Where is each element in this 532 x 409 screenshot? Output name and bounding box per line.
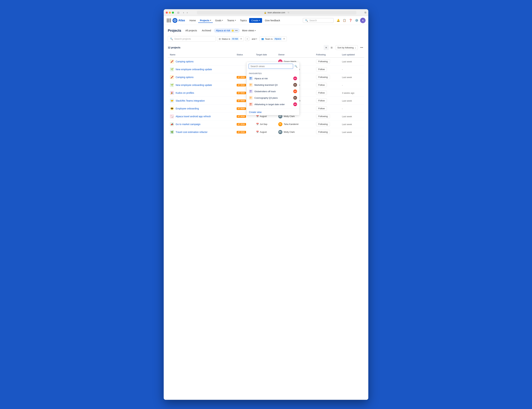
search-views-input[interactable] bbox=[249, 64, 293, 69]
follow-button[interactable]: Following bbox=[316, 59, 330, 64]
user-avatar[interactable]: A bbox=[360, 18, 366, 23]
create-view-button[interactable]: Create view bbox=[247, 109, 299, 115]
search-projects-input[interactable]: 🔍 Search projects bbox=[168, 36, 216, 42]
table-more-button[interactable]: ••• bbox=[359, 45, 364, 50]
tab-alpaca-at-risk[interactable]: Alpaca at risk ⭐ ••• bbox=[214, 28, 240, 33]
team-filter-chip[interactable]: 👥 Team is Alpaca ✕ bbox=[259, 37, 287, 41]
dropdown-item[interactable]: Marketing tearsheet Q3 SA bbox=[247, 82, 299, 88]
more-views-button[interactable]: More views ▾ bbox=[240, 28, 258, 33]
new-tab-icon[interactable]: ⧉ bbox=[365, 11, 366, 14]
board-view-button[interactable]: ⊞ bbox=[329, 45, 334, 50]
project-name[interactable]: Employee onboarding bbox=[176, 107, 199, 110]
nav-goals[interactable]: Goals ▾ bbox=[213, 18, 225, 23]
list-view-button[interactable]: ≡ bbox=[324, 45, 329, 50]
bookmarks-icon[interactable]: 📋 bbox=[342, 18, 347, 23]
nav-home[interactable]: Home bbox=[188, 18, 198, 23]
status-badge: AT RISK bbox=[237, 115, 246, 118]
nav-topics[interactable]: Topics bbox=[238, 18, 249, 23]
nav-teams[interactable]: Teams ▾ bbox=[225, 18, 238, 23]
project-icon: 🦙 bbox=[170, 114, 174, 118]
atlas-logo[interactable]: Atlas bbox=[172, 18, 185, 23]
project-icon: 🖍️ bbox=[170, 75, 174, 79]
and-filter[interactable]: and ▾ bbox=[251, 37, 258, 41]
traffic-lights[interactable] bbox=[166, 12, 174, 14]
dropdown-item[interactable]: Alpaca at risk GH bbox=[247, 75, 299, 82]
row-name-cell: 🤝 Slack/Ms Teams integration bbox=[168, 97, 235, 105]
close-button[interactable] bbox=[166, 12, 168, 14]
row-date-cell: 📅Jul-Sep bbox=[254, 120, 276, 128]
row-owner-cell: MCMolly Clark bbox=[276, 128, 314, 136]
calendar-icon: 📅 bbox=[256, 131, 259, 133]
favourites-label: Favourites bbox=[247, 71, 299, 75]
dropdown-divider bbox=[247, 108, 299, 108]
follow-button[interactable]: Following bbox=[316, 114, 330, 118]
follow-button[interactable]: Follow bbox=[316, 99, 327, 103]
follow-button[interactable]: Following bbox=[316, 122, 330, 126]
table-row: 🌿 Travel cost estimation refactor AT RIS… bbox=[168, 128, 364, 136]
project-name[interactable]: New employee onboarding update bbox=[176, 84, 212, 86]
project-name[interactable]: Alpaca travel android app refresh bbox=[176, 115, 211, 118]
project-name[interactable]: Kudos on profiles bbox=[176, 92, 194, 94]
search-views-icon: 🔍 bbox=[294, 65, 297, 68]
project-name[interactable]: Go to market campaign bbox=[176, 123, 200, 126]
create-button[interactable]: Create ▾ bbox=[249, 18, 262, 23]
project-name[interactable]: Slack/Ms Teams integration bbox=[176, 99, 205, 102]
maximize-button[interactable] bbox=[172, 12, 174, 14]
minimize-button[interactable] bbox=[169, 12, 171, 14]
svg-rect-10 bbox=[251, 85, 252, 86]
follow-button[interactable]: Following bbox=[316, 130, 330, 134]
item-icon bbox=[249, 76, 253, 80]
give-feedback-button[interactable]: Give feedback bbox=[263, 18, 282, 23]
add-filter-button[interactable]: + bbox=[245, 37, 249, 41]
help-icon[interactable]: ❓ bbox=[348, 18, 353, 23]
project-name[interactable]: Camping options bbox=[176, 60, 193, 63]
row-follow-cell: Following bbox=[314, 112, 340, 120]
follow-button[interactable]: Follow bbox=[316, 106, 327, 111]
nav-projects[interactable]: Projects ▾ bbox=[198, 18, 213, 23]
sort-by-button[interactable]: Sort by following ↓ bbox=[336, 45, 358, 50]
follow-button[interactable]: Follow bbox=[316, 67, 327, 71]
team-value: Alpaca bbox=[274, 37, 282, 40]
search-views-dropdown: 🔍 Favourites Alpaca at risk GH Marketing… bbox=[247, 62, 299, 115]
row-last-updated-cell: - bbox=[340, 105, 364, 112]
apps-grid-icon[interactable] bbox=[166, 18, 171, 23]
refresh-icon[interactable]: ↻ bbox=[288, 11, 289, 14]
row-name-cell: 🦙 Alpaca travel android app refresh bbox=[168, 112, 235, 120]
status-remove-icon[interactable]: ✕ bbox=[240, 38, 242, 40]
tab-all-projects[interactable]: All projects bbox=[183, 28, 199, 33]
follow-button[interactable]: Follow bbox=[316, 91, 327, 95]
notifications-icon[interactable]: 🔔 bbox=[336, 18, 341, 23]
sidebar-toggle-icon[interactable]: ⊡ bbox=[177, 11, 180, 14]
follow-button[interactable]: Follow bbox=[316, 83, 327, 87]
owner-name: Molly Clark bbox=[284, 115, 295, 118]
search-bar[interactable]: 🔍 Search bbox=[303, 18, 333, 23]
svg-rect-21 bbox=[250, 104, 251, 105]
tab-archived[interactable]: Archived bbox=[200, 28, 213, 33]
row-owner-cell: TKTaha Kandemir bbox=[276, 120, 314, 128]
page-header: Projects All projects Archived Alpaca at… bbox=[168, 28, 364, 33]
status-filter-chip[interactable]: ▤ Status is At risk ✕ bbox=[217, 37, 244, 41]
settings-icon[interactable]: ⚙️ bbox=[354, 18, 360, 23]
back-icon[interactable]: ‹ bbox=[182, 11, 185, 14]
row-name-cell: 🖍️ Camping options bbox=[168, 73, 235, 81]
page-title: Projects bbox=[168, 29, 181, 33]
project-name[interactable]: Camping options bbox=[176, 76, 193, 79]
dropdown-item[interactable]: Globetrotters off track AS bbox=[247, 88, 299, 94]
status-badge: AT RISK bbox=[237, 131, 246, 133]
tab-more-icon[interactable]: ••• bbox=[235, 29, 238, 32]
projects-chevron-icon: ▾ bbox=[210, 19, 211, 21]
forward-icon[interactable]: › bbox=[186, 11, 189, 14]
project-icon: 🌱 bbox=[170, 67, 174, 71]
svg-rect-20 bbox=[251, 103, 252, 104]
team-remove-icon[interactable]: ✕ bbox=[283, 38, 285, 40]
dropdown-item[interactable]: #Marketing in target date order GH bbox=[247, 101, 299, 108]
project-name[interactable]: New employee onboarding update bbox=[176, 68, 212, 71]
project-name[interactable]: Travel cost estimation refactor bbox=[176, 131, 208, 133]
row-last-updated-cell: 3 weeks ago bbox=[340, 89, 364, 97]
more-views-chevron-icon: ▾ bbox=[255, 29, 256, 32]
col-name: Name bbox=[168, 52, 235, 57]
dropdown-item[interactable]: Cosmography Q3 plans SA bbox=[247, 94, 299, 101]
row-name-cell: 🎉 Kudos on profiles bbox=[168, 89, 235, 97]
url-bar[interactable]: 🔒 team.atlassian.com ↻ bbox=[197, 11, 356, 14]
follow-button[interactable]: Following bbox=[316, 75, 330, 79]
